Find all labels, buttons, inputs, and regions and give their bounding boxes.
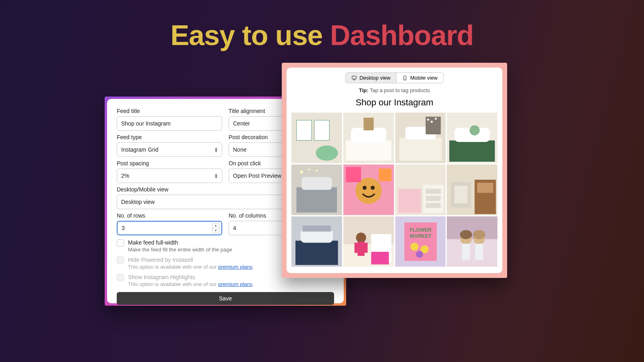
- svg-point-70: [460, 230, 472, 239]
- grid-post[interactable]: [343, 113, 394, 163]
- svg-rect-4: [297, 120, 312, 140]
- feed-type-label: Feed type: [117, 134, 222, 140]
- feed-title-input[interactable]: Shop our Instagram: [117, 116, 222, 131]
- preview-panel-frame: Desktop view Mobile view Tip: Tap a post…: [282, 63, 507, 278]
- svg-rect-48: [303, 225, 331, 231]
- save-button[interactable]: Save: [117, 292, 334, 305]
- show-highlights-label: Show Instagram Highlights: [128, 274, 254, 280]
- svg-rect-33: [379, 169, 391, 181]
- svg-text:FLOWER: FLOWER: [409, 227, 431, 232]
- tip-row: Tip: Tap a post to tag products: [291, 87, 497, 93]
- svg-rect-46: [295, 241, 338, 265]
- headline-part2: Dashboard: [330, 20, 474, 51]
- svg-rect-53: [357, 241, 365, 255]
- svg-point-17: [435, 118, 437, 120]
- svg-rect-24: [301, 177, 332, 189]
- grid-post[interactable]: [447, 216, 497, 267]
- svg-point-16: [431, 121, 433, 123]
- svg-rect-42: [477, 183, 493, 193]
- svg-rect-8: [346, 140, 391, 160]
- desktop-icon: [351, 75, 357, 81]
- svg-rect-69: [475, 243, 483, 259]
- grid-post[interactable]: [291, 216, 342, 267]
- grid-post[interactable]: [395, 113, 446, 163]
- svg-point-2: [405, 79, 405, 80]
- post-spacing-label: Post spacing: [117, 160, 222, 167]
- svg-rect-65: [447, 216, 497, 239]
- svg-rect-12: [399, 138, 442, 161]
- view-toggle: Desktop view Mobile view: [345, 72, 444, 83]
- svg-point-31: [371, 186, 375, 190]
- svg-rect-55: [363, 243, 367, 253]
- grid-post[interactable]: [291, 113, 342, 163]
- checkbox-icon[interactable]: [117, 239, 124, 247]
- svg-rect-23: [297, 187, 337, 212]
- svg-point-6: [316, 146, 338, 161]
- svg-rect-67: [462, 243, 470, 259]
- svg-point-25: [300, 171, 303, 174]
- svg-point-15: [427, 119, 429, 121]
- svg-rect-54: [354, 243, 358, 253]
- checkbox-icon: [117, 274, 124, 281]
- svg-rect-5: [314, 120, 330, 140]
- premium-plans-link[interactable]: premium plans: [218, 281, 252, 287]
- premium-plans-link[interactable]: premium plans: [218, 264, 252, 270]
- svg-point-21: [470, 125, 480, 135]
- grid-post[interactable]: FLOWERMARKET: [395, 216, 446, 267]
- chevron-updown-icon: ▲▼: [214, 147, 218, 152]
- tip-text: Tap a post to tag products: [370, 87, 430, 93]
- svg-point-27: [316, 169, 318, 171]
- show-highlights-sublabel: This option is available with one of our…: [128, 281, 254, 287]
- grid-post[interactable]: [343, 216, 394, 267]
- full-width-sublabel: Make the feed fill the entire width of t…: [128, 247, 232, 253]
- no-of-rows-input[interactable]: 3 ▲▼: [117, 221, 222, 235]
- svg-point-30: [363, 186, 367, 190]
- hide-powered-sublabel: This option is available with one of our…: [128, 264, 254, 270]
- grid-post[interactable]: [343, 165, 394, 215]
- mobile-icon: [402, 75, 408, 81]
- svg-rect-37: [425, 189, 441, 194]
- feed-type-select[interactable]: Instagram Grid ▲▼: [117, 142, 222, 157]
- preview-feed-title: Shop our Instagram: [291, 97, 497, 108]
- instagram-grid: FLOWERMARKET: [291, 113, 497, 267]
- svg-point-71: [473, 230, 485, 239]
- svg-rect-56: [371, 252, 389, 264]
- svg-rect-38: [425, 196, 441, 201]
- preview-panel: Desktop view Mobile view Tip: Tap a post…: [287, 68, 502, 273]
- svg-point-61: [410, 243, 418, 251]
- no-of-rows-label: No. of rows: [117, 212, 222, 219]
- chevron-updown-icon: ▲▼: [214, 173, 218, 179]
- grid-post[interactable]: [447, 165, 497, 215]
- post-spacing-select[interactable]: 2% ▲▼: [117, 169, 222, 183]
- stepper-icon[interactable]: ▲▼: [212, 223, 219, 233]
- svg-rect-35: [398, 189, 421, 213]
- checkbox-icon: [117, 257, 124, 264]
- svg-rect-44: [454, 186, 468, 204]
- svg-rect-32: [346, 167, 361, 182]
- hide-powered-label: Hide Powered by Instasell: [128, 257, 254, 263]
- feed-title-label: Feed title: [117, 108, 222, 114]
- svg-rect-0: [352, 76, 357, 79]
- desktop-view-tab[interactable]: Desktop view: [346, 73, 396, 83]
- svg-text:MARKET: MARKET: [410, 233, 431, 239]
- svg-point-63: [416, 251, 423, 258]
- svg-rect-39: [425, 203, 441, 208]
- svg-point-52: [356, 232, 366, 243]
- headline-part1: Easy to use: [170, 20, 330, 51]
- grid-post[interactable]: [395, 165, 446, 215]
- svg-point-26: [308, 169, 310, 171]
- grid-post[interactable]: [447, 113, 497, 163]
- tip-label: Tip:: [359, 87, 369, 93]
- mobile-view-tab[interactable]: Mobile view: [396, 73, 443, 83]
- full-width-label: Make feed full-width: [128, 239, 232, 246]
- page-headline: Easy to use Dashboard: [0, 0, 644, 51]
- svg-rect-10: [363, 118, 374, 130]
- svg-rect-19: [450, 140, 495, 162]
- grid-post[interactable]: [291, 165, 342, 215]
